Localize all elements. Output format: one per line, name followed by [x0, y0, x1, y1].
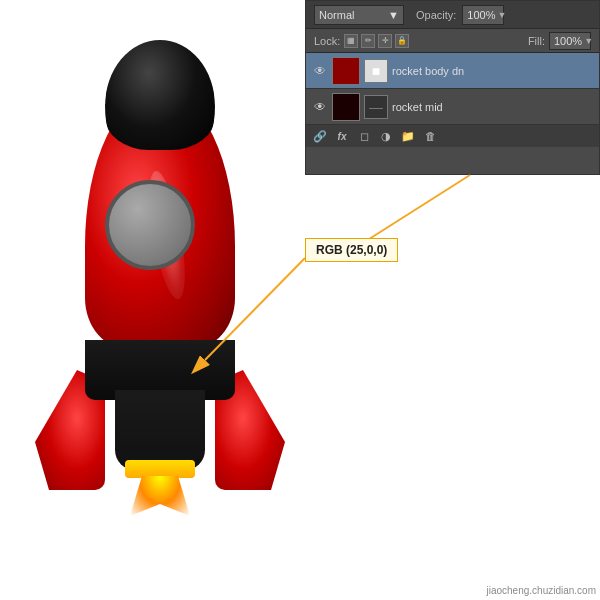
rocket-nose-cone — [105, 40, 215, 150]
rocket-illustration — [30, 30, 290, 570]
lock-paint-icon[interactable]: ✏ — [361, 34, 375, 48]
panel-header-row1: Normal ▼ Opacity: 100% ▼ — [306, 1, 599, 29]
fill-input[interactable]: 100% ▼ — [549, 32, 591, 50]
rgb-value: RGB (25,0,0) — [316, 243, 387, 257]
layer-name-1: rocket body dn — [392, 65, 593, 77]
rocket-nozzle-ring — [125, 460, 195, 478]
lock-icons: ▦ ✏ ✛ 🔒 — [344, 34, 409, 48]
panel-header-row2: Lock: ▦ ✏ ✛ 🔒 Fill: 100% ▼ — [306, 29, 599, 53]
rocket-flame — [130, 476, 190, 516]
blend-mode-select[interactable]: Normal ▼ — [314, 5, 404, 25]
mask-icon[interactable]: ◻ — [356, 128, 372, 144]
layer-mask-2: — — [364, 95, 388, 119]
folder-icon[interactable]: 📁 — [400, 128, 416, 144]
layer-thumb-2 — [332, 93, 360, 121]
panel-footer: 🔗 fx ◻ ◑ 📁 🗑 — [306, 125, 599, 147]
layers-panel: Normal ▼ Opacity: 100% ▼ Lock: ▦ ✏ ✛ 🔒 F… — [305, 0, 600, 175]
opacity-input[interactable]: 100% ▼ — [462, 5, 504, 25]
layer-row-rocket-body-dn[interactable]: 👁 ■ rocket body dn — [306, 53, 599, 89]
fill-label: Fill: — [528, 35, 545, 47]
fx-icon[interactable]: fx — [334, 128, 350, 144]
trash-icon[interactable]: 🗑 — [422, 128, 438, 144]
rocket-nozzle-body — [115, 390, 205, 470]
rocket-window — [105, 180, 195, 270]
opacity-arrow: ▼ — [498, 10, 507, 20]
rgb-tooltip: RGB (25,0,0) — [305, 238, 398, 262]
layer-name-2: rocket mid — [392, 101, 593, 113]
layer-row-rocket-mid[interactable]: 👁 — rocket mid — [306, 89, 599, 125]
lock-all-icon[interactable]: 🔒 — [395, 34, 409, 48]
layer-thumb-1 — [332, 57, 360, 85]
opacity-label: Opacity: — [416, 9, 456, 21]
link-icon[interactable]: 🔗 — [312, 128, 328, 144]
lock-position-icon[interactable]: ✛ — [378, 34, 392, 48]
adjustment-icon[interactable]: ◑ — [378, 128, 394, 144]
watermark: jiaocheng.chuzidian.com — [486, 585, 596, 596]
lock-transparency-icon[interactable]: ▦ — [344, 34, 358, 48]
blend-mode-value: Normal — [319, 9, 354, 21]
lock-label: Lock: — [314, 35, 340, 47]
layer-visibility-eye-2[interactable]: 👁 — [312, 99, 328, 115]
blend-mode-arrow: ▼ — [388, 9, 399, 21]
layer-visibility-eye-1[interactable]: 👁 — [312, 63, 328, 79]
layer-mask-1: ■ — [364, 59, 388, 83]
fill-arrow: ▼ — [584, 36, 593, 46]
